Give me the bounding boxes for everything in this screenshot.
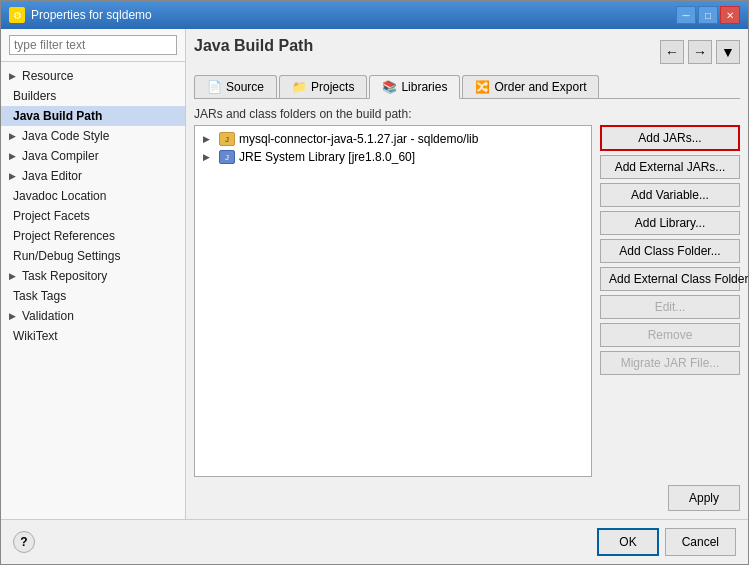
- sidebar-item-java-build-path[interactable]: Java Build Path: [1, 106, 185, 126]
- sidebar-item-label: Project Facets: [13, 209, 90, 223]
- tree-item-jre[interactable]: ▶ J JRE System Library [jre1.8.0_60]: [199, 148, 587, 166]
- sidebar-item-task-tags[interactable]: Task Tags: [1, 286, 185, 306]
- sidebar-item-label: Builders: [13, 89, 56, 103]
- window-title: Properties for sqldemo: [31, 8, 152, 22]
- sidebar-item-run-debug-settings[interactable]: Run/Debug Settings: [1, 246, 185, 266]
- sidebar-item-label: Java Compiler: [22, 149, 99, 163]
- sidebar-item-javadoc-location[interactable]: Javadoc Location: [1, 186, 185, 206]
- add-variable-button[interactable]: Add Variable...: [600, 183, 740, 207]
- title-bar-left: ⚙ Properties for sqldemo: [9, 7, 152, 23]
- sidebar-item-project-facets[interactable]: Project Facets: [1, 206, 185, 226]
- jre-icon: J: [219, 150, 235, 164]
- libraries-content: JARs and class folders on the build path…: [194, 107, 740, 477]
- sidebar-item-label: Task Tags: [13, 289, 66, 303]
- jar-icon: J: [219, 132, 235, 146]
- tab-libraries[interactable]: 📚 Libraries: [369, 75, 460, 99]
- sidebar-item-wikitext[interactable]: WikiText: [1, 326, 185, 346]
- sidebar-filter-area: [1, 29, 185, 62]
- window-icon: ⚙: [9, 7, 25, 23]
- sidebar-item-java-code-style[interactable]: ▶ Java Code Style: [1, 126, 185, 146]
- section-label: JARs and class folders on the build path…: [194, 107, 740, 121]
- main-panel: Java Build Path ← → ▼ 📄 Source 📁 Project…: [186, 29, 748, 519]
- content-area: ▶ Resource Builders Java Build Path ▶ Ja…: [1, 29, 748, 519]
- tab-label: Source: [226, 80, 264, 94]
- sidebar-item-task-repository[interactable]: ▶ Task Repository: [1, 266, 185, 286]
- add-library-button[interactable]: Add Library...: [600, 211, 740, 235]
- add-jars-button[interactable]: Add JARs...: [600, 125, 740, 151]
- forward-button[interactable]: →: [688, 40, 712, 64]
- add-external-jars-button[interactable]: Add External JARs...: [600, 155, 740, 179]
- back-button[interactable]: ←: [660, 40, 684, 64]
- arrow-icon: ▶: [9, 151, 16, 161]
- tree-arrow-icon: ▶: [203, 152, 215, 162]
- order-export-tab-icon: 🔀: [475, 80, 490, 94]
- sidebar-item-label: Java Code Style: [22, 129, 109, 143]
- bottom-bar: ? OK Cancel: [1, 519, 748, 564]
- action-buttons-panel: Add JARs... Add External JARs... Add Var…: [600, 125, 740, 477]
- dropdown-button[interactable]: ▼: [716, 40, 740, 64]
- split-panel: ▶ J mysql-connector-java-5.1.27.jar - sq…: [194, 125, 740, 477]
- panel-toolbar: ← → ▼: [660, 40, 740, 64]
- sidebar-item-resource[interactable]: ▶ Resource: [1, 66, 185, 86]
- tabs-bar: 📄 Source 📁 Projects 📚 Libraries 🔀 Order …: [194, 75, 740, 99]
- sidebar-item-label: Java Editor: [22, 169, 82, 183]
- tab-projects[interactable]: 📁 Projects: [279, 75, 367, 98]
- title-bar: ⚙ Properties for sqldemo ─ □ ✕: [1, 1, 748, 29]
- tab-order-export[interactable]: 🔀 Order and Export: [462, 75, 599, 98]
- sidebar-item-java-editor[interactable]: ▶ Java Editor: [1, 166, 185, 186]
- bottom-right-buttons: OK Cancel: [597, 528, 736, 556]
- ok-button[interactable]: OK: [597, 528, 658, 556]
- minimize-button[interactable]: ─: [676, 6, 696, 24]
- build-path-tree[interactable]: ▶ J mysql-connector-java-5.1.27.jar - sq…: [194, 125, 592, 477]
- sidebar-item-project-references[interactable]: Project References: [1, 226, 185, 246]
- tree-item-label: mysql-connector-java-5.1.27.jar - sqldem…: [239, 132, 478, 146]
- arrow-icon: ▶: [9, 171, 16, 181]
- add-class-folder-button[interactable]: Add Class Folder...: [600, 239, 740, 263]
- arrow-icon: ▶: [9, 131, 16, 141]
- sidebar-item-label: Project References: [13, 229, 115, 243]
- sidebar-item-label: WikiText: [13, 329, 58, 343]
- sidebar-item-label: Resource: [22, 69, 73, 83]
- remove-button[interactable]: Remove: [600, 323, 740, 347]
- add-external-class-folder-button[interactable]: Add External Class Folder...: [600, 267, 740, 291]
- cancel-button[interactable]: Cancel: [665, 528, 736, 556]
- tree-arrow-icon: ▶: [203, 134, 215, 144]
- tab-label: Projects: [311, 80, 354, 94]
- sidebar-item-label: Validation: [22, 309, 74, 323]
- sidebar-item-builders[interactable]: Builders: [1, 86, 185, 106]
- apply-button[interactable]: Apply: [668, 485, 740, 511]
- sidebar-item-label: Run/Debug Settings: [13, 249, 120, 263]
- libraries-tab-icon: 📚: [382, 80, 397, 94]
- panel-title: Java Build Path: [194, 37, 313, 59]
- sidebar-item-label: Java Build Path: [13, 109, 102, 123]
- sidebar-item-label: Javadoc Location: [13, 189, 106, 203]
- projects-tab-icon: 📁: [292, 80, 307, 94]
- source-tab-icon: 📄: [207, 80, 222, 94]
- maximize-button[interactable]: □: [698, 6, 718, 24]
- arrow-icon: ▶: [9, 311, 16, 321]
- sidebar: ▶ Resource Builders Java Build Path ▶ Ja…: [1, 29, 186, 519]
- tab-label: Libraries: [401, 80, 447, 94]
- filter-input[interactable]: [9, 35, 177, 55]
- help-button[interactable]: ?: [13, 531, 35, 553]
- tab-source[interactable]: 📄 Source: [194, 75, 277, 98]
- close-button[interactable]: ✕: [720, 6, 740, 24]
- tab-label: Order and Export: [494, 80, 586, 94]
- sidebar-items-list: ▶ Resource Builders Java Build Path ▶ Ja…: [1, 62, 185, 519]
- sidebar-item-label: Task Repository: [22, 269, 107, 283]
- migrate-jar-button[interactable]: Migrate JAR File...: [600, 351, 740, 375]
- title-buttons: ─ □ ✕: [676, 6, 740, 24]
- arrow-icon: ▶: [9, 71, 16, 81]
- main-window: ⚙ Properties for sqldemo ─ □ ✕ ▶ Resourc…: [0, 0, 749, 565]
- sidebar-item-java-compiler[interactable]: ▶ Java Compiler: [1, 146, 185, 166]
- sidebar-item-validation[interactable]: ▶ Validation: [1, 306, 185, 326]
- edit-button[interactable]: Edit...: [600, 295, 740, 319]
- tree-item-label: JRE System Library [jre1.8.0_60]: [239, 150, 415, 164]
- tree-item-mysql-jar[interactable]: ▶ J mysql-connector-java-5.1.27.jar - sq…: [199, 130, 587, 148]
- arrow-icon: ▶: [9, 271, 16, 281]
